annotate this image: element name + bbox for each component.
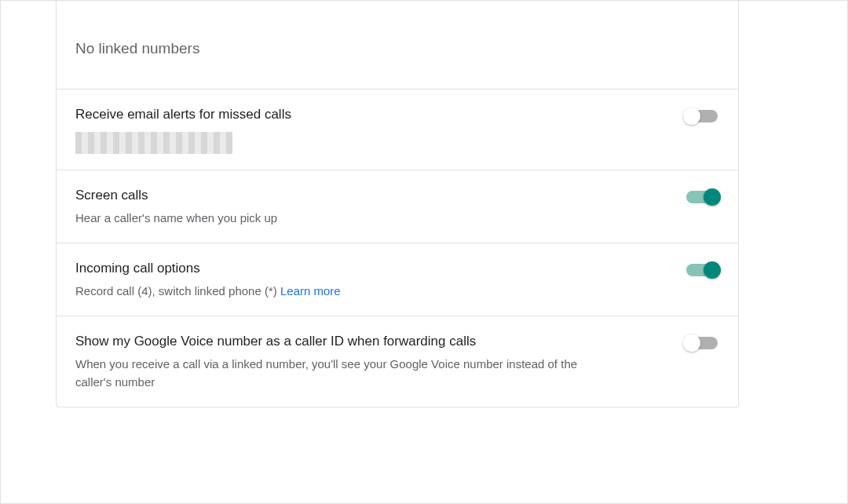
- linked-numbers-header: No linked numbers: [75, 40, 719, 57]
- screen-calls-section: Screen calls Hear a caller's name when y…: [57, 170, 738, 243]
- settings-panel-frame: No linked numbers Receive email alerts f…: [0, 0, 848, 504]
- screen-calls-description: Hear a caller's name when you pick up: [75, 210, 578, 228]
- redacted-email: [75, 132, 232, 154]
- incoming-options-desc-text: Record call (4), switch linked phone (*): [75, 284, 280, 298]
- caller-id-section: Show my Google Voice number as a caller …: [57, 316, 738, 407]
- linked-numbers-section: No linked numbers: [57, 1, 738, 89]
- settings-card: No linked numbers Receive email alerts f…: [56, 1, 739, 407]
- caller-id-title: Show my Google Voice number as a caller …: [75, 332, 666, 351]
- caller-id-description: When you receive a call via a linked num…: [75, 356, 578, 391]
- screen-calls-title: Screen calls: [75, 186, 666, 205]
- incoming-options-description: Record call (4), switch linked phone (*)…: [75, 283, 578, 301]
- email-alerts-toggle[interactable]: [685, 108, 719, 124]
- email-alerts-title: Receive email alerts for missed calls: [75, 105, 666, 124]
- email-alerts-section: Receive email alerts for missed calls: [57, 89, 738, 170]
- incoming-options-section: Incoming call options Record call (4), s…: [57, 243, 738, 316]
- incoming-options-title: Incoming call options: [75, 259, 666, 278]
- caller-id-toggle[interactable]: [685, 335, 719, 351]
- screen-calls-toggle[interactable]: [685, 189, 719, 205]
- incoming-options-toggle[interactable]: [685, 262, 719, 278]
- learn-more-link[interactable]: Learn more: [280, 284, 341, 298]
